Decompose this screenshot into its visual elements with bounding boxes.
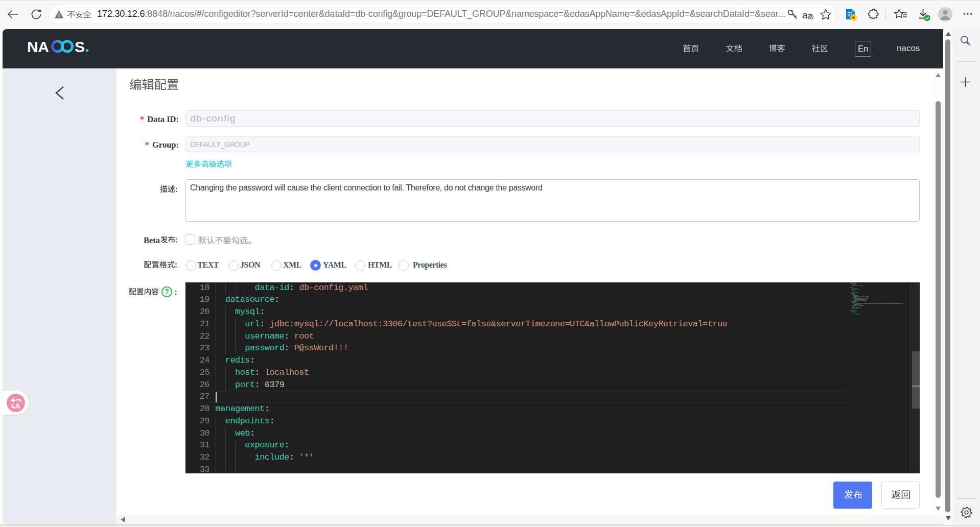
svg-text:A: A: [15, 402, 20, 410]
svg-text:S: S: [75, 39, 85, 54]
svg-text:NA: NA: [27, 39, 49, 54]
